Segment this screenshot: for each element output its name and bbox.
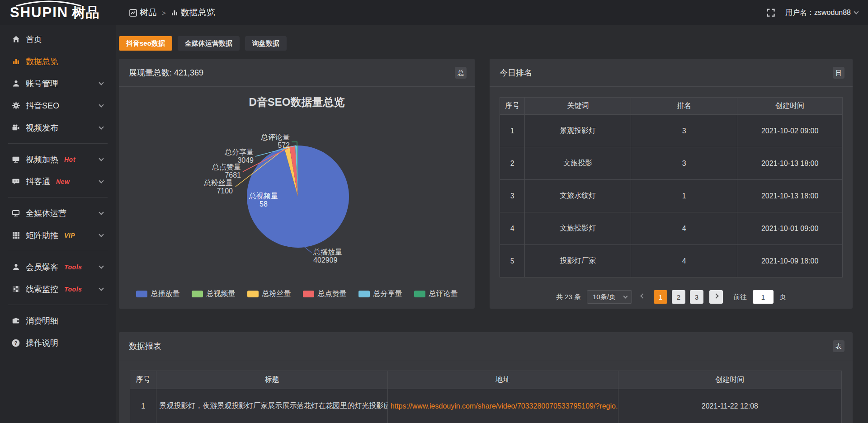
pie-label-value-总分享量: 3049 [237, 156, 254, 164]
legend-item-总评论量[interactable]: 总评论量 [414, 289, 458, 299]
ranking-cell: 1 [500, 115, 525, 147]
legend-item-总粉丝量[interactable]: 总粉丝量 [247, 289, 291, 299]
fullscreen-icon[interactable] [766, 8, 775, 17]
ranking-col-序号: 序号 [500, 98, 525, 115]
sidebar-item-矩阵助推[interactable]: 矩阵助推VIP [0, 224, 116, 246]
main-content: 抖音seo数据全媒体运营数据询盘数据 展现量总数: 421,369 总 D音SE… [116, 25, 868, 423]
bars-icon [12, 57, 20, 65]
ranking-cell: 文旅投影 [525, 147, 631, 180]
pie-chart-title: D音SEO数据量总览 [119, 95, 475, 109]
ranking-col-创建时间: 创建时间 [737, 98, 843, 115]
report-table-header: 序号标题地址创建时间 [130, 371, 842, 389]
report-table: 序号标题地址创建时间 1景观投影灯，夜游景观投影灯厂家展示展示落花灯在花园里的灯… [130, 371, 842, 423]
goto-page-input[interactable] [753, 290, 774, 304]
sidebar-item-消费明细[interactable]: 消费明细 [0, 310, 116, 332]
chat-icon [12, 178, 20, 185]
breadcrumb-item-current[interactable]: 数据总览 [171, 7, 215, 19]
legend-item-总视频量[interactable]: 总视频量 [192, 289, 236, 299]
sidebar-badge-VIP: VIP [64, 232, 75, 239]
page-button-1[interactable]: 1 [654, 290, 667, 304]
sidebar-item-首页[interactable]: 首页 [0, 28, 116, 50]
user-menu[interactable]: 用户名：zswodun88 [785, 8, 858, 18]
gear-icon [12, 102, 20, 109]
pie-label-name-总分享量: 总分享量 [224, 148, 254, 156]
tab-询盘数据[interactable]: 询盘数据 [245, 36, 287, 51]
page-button-3[interactable]: 3 [690, 290, 703, 304]
screen-icon [12, 155, 20, 163]
report-col-地址: 地址 [387, 371, 618, 389]
legend-label: 总点赞量 [318, 289, 347, 299]
sidebar-item-视频加热[interactable]: 视频加热Hot [0, 148, 116, 170]
sidebar-item-会员爆客[interactable]: 会员爆客Tools [0, 256, 116, 278]
ranking-cell: 4 [631, 245, 737, 277]
video-link[interactable]: https://www.iesdouyin.com/share/video/70… [391, 402, 618, 410]
ranking-cell: 2021-10-09 18:00 [737, 245, 843, 277]
page-buttons: 123 [654, 290, 703, 304]
sidebar-item-全媒体运营[interactable]: 全媒体运营 [0, 202, 116, 224]
ranking-cell: 1 [631, 180, 737, 212]
sidebar-item-抖客通[interactable]: 抖客通New [0, 170, 116, 193]
sidebar-item-账号管理[interactable]: 账号管理 [0, 72, 116, 94]
pie-label-value-总点赞量: 7681 [225, 171, 241, 179]
tab-全媒体运营数据[interactable]: 全媒体运营数据 [178, 36, 240, 51]
sidebar-badge-Tools: Tools [64, 263, 82, 271]
report-col-序号: 序号 [130, 371, 156, 389]
topbar-right: 用户名：zswodun88 [766, 0, 858, 25]
prev-page-button[interactable] [638, 290, 648, 304]
chevron-down-icon [99, 210, 104, 215]
question-icon: ? [12, 339, 20, 347]
sidebar-item-label: 抖音SEO [26, 100, 59, 111]
sidebar-badge-New: New [56, 178, 70, 185]
daily-badge-button[interactable]: 日 [833, 67, 844, 79]
report-panel: 数据报表 表 序号标题地址创建时间 1景观投影灯，夜游景观投影灯厂家展示展示落花… [119, 332, 853, 423]
report-cell-time: 2021-11-22 12:08 [618, 389, 841, 423]
chevron-down-icon [99, 286, 104, 291]
legend-item-总点赞量[interactable]: 总点赞量 [303, 289, 347, 299]
page-size-select[interactable]: 10条/页 [587, 290, 632, 304]
sidebar-item-label: 账号管理 [26, 78, 58, 89]
ranking-panel-header: 今日排名 日 [490, 59, 853, 87]
legend-label: 总粉丝量 [262, 289, 291, 299]
legend-item-总播放量[interactable]: 总播放量 [136, 289, 180, 299]
page-button-2[interactable]: 2 [672, 290, 685, 304]
sidebar: 首页数据总览账号管理抖音SEO视频发布视频加热Hot抖客通New全媒体运营矩阵助… [0, 25, 116, 423]
sidebar-item-数据总览[interactable]: 数据总览 [0, 50, 116, 72]
legend-color-chip [247, 291, 259, 297]
ranking-cell: 投影灯厂家 [525, 245, 631, 277]
sidebar-item-操作说明[interactable]: ?操作说明 [0, 332, 116, 354]
sidebar-item-线索监控[interactable]: 线索监控Tools [0, 278, 116, 300]
camera-icon [12, 124, 20, 132]
tab-抖音seo数据[interactable]: 抖音seo数据 [119, 36, 172, 51]
table-badge-button[interactable]: 表 [833, 340, 844, 352]
data-source-tabs: 抖音seo数据全媒体运营数据询盘数据 [119, 36, 287, 51]
chevron-down-icon [99, 178, 104, 183]
ranking-row: 3文旅水纹灯12021-10-13 18:00 [500, 180, 843, 212]
legend-color-chip [192, 291, 203, 297]
chevron-down-icon [99, 156, 104, 161]
chevron-left-icon [640, 293, 645, 298]
report-cell-url: https://www.iesdouyin.com/share/video/70… [387, 389, 618, 423]
report-title: 数据报表 [129, 342, 161, 351]
sidebar-item-label: 抖客通 [26, 176, 50, 187]
pie-label-name-总视频量: 总视频量 [249, 192, 278, 200]
sidebar-badge-Hot: Hot [64, 156, 75, 163]
goto-unit-label: 页 [779, 293, 786, 301]
sidebar-divider [8, 197, 108, 197]
legend-color-chip [136, 291, 147, 297]
sidebar-item-抖音SEO[interactable]: 抖音SEO [0, 94, 116, 117]
pie-label-name-总播放量: 总播放量 [313, 248, 342, 256]
ranking-title: 今日排名 [500, 68, 532, 77]
ranking-cell: 3 [631, 115, 737, 147]
breadcrumb-item-root[interactable]: 树品 [129, 7, 157, 19]
chevron-down-icon [99, 263, 104, 268]
ranking-table: 序号关键词排名创建时间 1景观投影灯32021-10-02 09:002文旅投影… [500, 97, 843, 277]
legend-item-总分享量[interactable]: 总分享量 [359, 289, 402, 299]
ranking-cell: 文旅水纹灯 [525, 180, 631, 212]
pagination: 共 23 条 10条/页 123 前往 页 [490, 289, 853, 305]
user-icon [12, 80, 20, 87]
sidebar-item-视频发布[interactable]: 视频发布 [0, 117, 116, 139]
ranking-cell: 3 [500, 180, 525, 212]
sidebar-item-label: 视频加热 [26, 154, 58, 165]
legend-color-chip [359, 291, 370, 297]
next-page-button[interactable] [709, 290, 723, 304]
